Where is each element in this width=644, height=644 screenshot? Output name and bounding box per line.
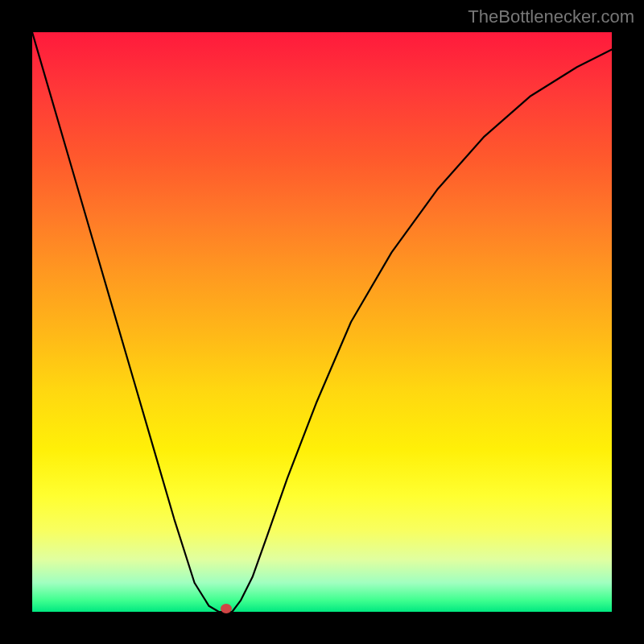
chart-frame: TheBottlenecker.com xyxy=(0,0,644,644)
plot-area xyxy=(32,32,612,612)
optimal-point-marker xyxy=(221,604,232,613)
watermark-label: TheBottlenecker.com xyxy=(468,6,634,27)
bottleneck-curve xyxy=(32,32,612,612)
